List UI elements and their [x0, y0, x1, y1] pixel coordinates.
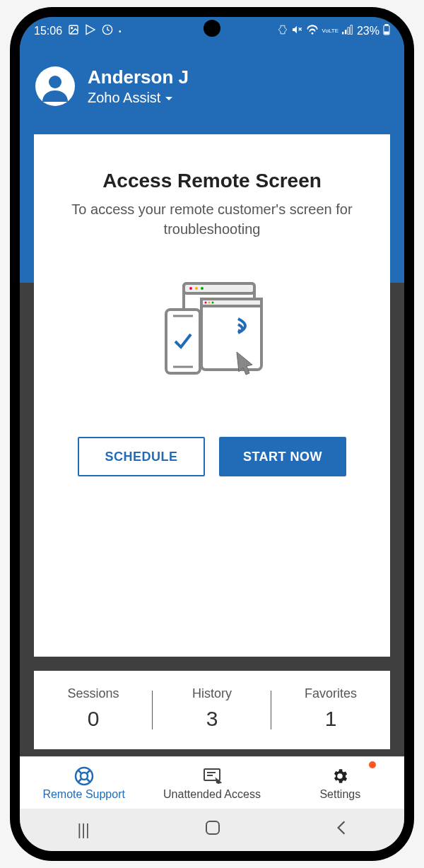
gear-icon: [329, 766, 351, 787]
phone-frame: 15:06 •: [10, 7, 414, 861]
card-title: Access Remote Screen: [102, 170, 322, 192]
battery-icon: [383, 24, 390, 38]
battery-saver-icon: [278, 25, 288, 37]
bottom-nav: Remote Support Unattended Access Setting…: [20, 756, 404, 809]
nav-label: Remote Support: [42, 788, 125, 801]
svg-point-17: [195, 287, 198, 290]
stat-label: Sessions: [34, 686, 153, 701]
monitor-icon: [201, 766, 223, 787]
notification-dot: [369, 761, 376, 768]
svg-rect-19: [201, 299, 261, 370]
nav-settings[interactable]: Settings: [276, 757, 404, 809]
wifi-icon: [306, 25, 319, 37]
dot-icon: •: [119, 28, 122, 35]
card-subtitle: To access your remote customer's screen …: [52, 199, 372, 239]
svg-point-13: [49, 76, 61, 88]
nav-remote-support[interactable]: Remote Support: [20, 757, 148, 809]
svg-line-31: [78, 779, 81, 782]
life-ring-icon: [73, 766, 95, 787]
recents-button[interactable]: |||: [77, 821, 89, 839]
svg-rect-15: [184, 283, 254, 293]
remote-screen-illustration: [148, 267, 276, 394]
svg-rect-36: [206, 821, 219, 834]
stat-favorites[interactable]: Favorites 1: [271, 671, 390, 749]
svg-point-22: [208, 302, 211, 304]
svg-rect-5: [342, 32, 343, 34]
svg-rect-8: [351, 25, 352, 35]
stat-history[interactable]: History 3: [153, 671, 271, 749]
svg-rect-7: [348, 28, 349, 35]
org-selector[interactable]: Zoho Assist: [88, 90, 189, 106]
home-button[interactable]: [205, 820, 220, 840]
system-nav-bar: |||: [20, 809, 404, 851]
status-time: 15:06: [34, 25, 62, 37]
svg-point-1: [71, 28, 73, 29]
stat-label: History: [153, 686, 271, 701]
svg-point-21: [205, 302, 207, 304]
battery-percent: 23%: [357, 25, 379, 37]
schedule-button[interactable]: SCHEDULE: [78, 437, 205, 476]
svg-point-18: [201, 287, 204, 290]
screen: 15:06 •: [20, 17, 404, 851]
svg-point-27: [76, 768, 93, 785]
svg-line-29: [78, 770, 81, 773]
nav-label: Unattended Access: [163, 788, 261, 801]
svg-rect-10: [385, 24, 388, 25]
svg-point-23: [212, 302, 214, 304]
stat-value: 0: [34, 707, 153, 731]
user-name: Anderson J: [88, 66, 189, 88]
update-icon: [102, 24, 113, 38]
svg-line-32: [87, 779, 90, 782]
svg-rect-24: [166, 310, 200, 373]
app-header: Anderson J Zoho Assist: [20, 45, 404, 134]
svg-point-16: [189, 287, 192, 290]
chevron-down-icon: [165, 90, 173, 106]
nav-label: Settings: [319, 788, 360, 801]
play-store-icon: [85, 24, 96, 38]
nav-unattended-access[interactable]: Unattended Access: [148, 757, 276, 809]
stat-sessions[interactable]: Sessions 0: [34, 671, 153, 749]
avatar[interactable]: [35, 66, 75, 106]
stats-card: Sessions 0 History 3 Favorites 1: [34, 671, 390, 749]
stat-value: 3: [153, 707, 271, 731]
svg-rect-11: [384, 32, 389, 34]
stat-value: 1: [271, 707, 390, 731]
svg-rect-6: [345, 30, 346, 34]
start-now-button[interactable]: START NOW: [219, 437, 346, 476]
svg-rect-20: [201, 299, 261, 306]
camera-hole: [204, 20, 220, 37]
org-name: Zoho Assist: [88, 90, 160, 106]
back-button[interactable]: [336, 820, 347, 840]
svg-point-28: [81, 773, 88, 780]
main-card: Access Remote Screen To access your remo…: [34, 134, 390, 657]
mute-icon: [291, 24, 302, 38]
volte-icon: VoLTE: [322, 28, 338, 34]
content-area: Access Remote Screen To access your remo…: [20, 134, 404, 657]
signal-icon: [342, 25, 353, 37]
svg-line-30: [87, 770, 90, 773]
image-icon: [68, 24, 79, 38]
stat-label: Favorites: [271, 686, 390, 701]
